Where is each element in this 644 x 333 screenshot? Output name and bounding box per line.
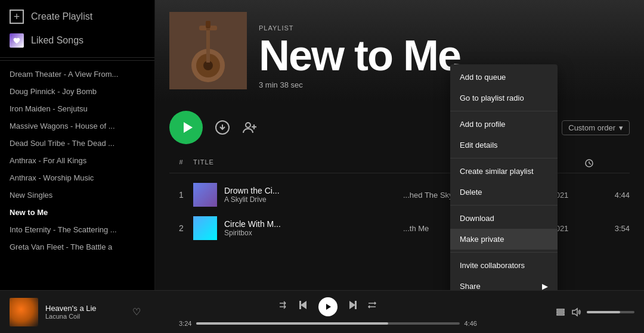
track-row[interactable]: 2 Circle With M... Spiritbox ...th Me Au… bbox=[169, 211, 630, 245]
svg-marker-21 bbox=[326, 304, 331, 310]
player-bar: Heaven's a Lie Lacuna Coil ♡ bbox=[0, 290, 644, 333]
progress-fill bbox=[196, 322, 388, 325]
player-right bbox=[515, 307, 634, 317]
track-thumbnail bbox=[193, 183, 217, 207]
sidebar-item-1[interactable]: Dream Theater - A View From... bbox=[0, 66, 154, 83]
submenu-arrow-icon: ▶ bbox=[542, 282, 548, 290]
sort-label: Custom order bbox=[568, 123, 615, 132]
track-artist: Spiritbox bbox=[224, 229, 281, 237]
menu-item-make-private[interactable]: Make private bbox=[450, 229, 558, 250]
track-num: 2 bbox=[169, 223, 193, 233]
sidebar-item-6[interactable]: Anthrax - For All Kings bbox=[0, 152, 154, 169]
sidebar-item-5[interactable]: Dead Soul Tribe - The Dead ... bbox=[0, 135, 154, 152]
progress-bar[interactable]: 3:24 4:46 bbox=[179, 320, 477, 327]
track-artist: A Skylit Drive bbox=[224, 195, 280, 204]
menu-divider bbox=[450, 158, 558, 158]
now-playing: Heaven's a Lie Lacuna Coil ♡ bbox=[10, 298, 141, 326]
sidebar-top: + Create Playlist Liked Songs bbox=[0, 0, 154, 58]
player-play-button[interactable] bbox=[318, 297, 338, 316]
create-playlist-label: Create Playlist bbox=[31, 11, 92, 22]
menu-divider bbox=[450, 111, 558, 111]
sidebar-playlist-list: Dream Theater - A View From...Doug Pinni… bbox=[0, 63, 154, 290]
previous-button[interactable] bbox=[298, 300, 309, 313]
playlist-controls: Custom order ▾ bbox=[155, 101, 644, 154]
col-num: # bbox=[169, 158, 193, 168]
track-name: Circle With M... bbox=[224, 219, 281, 229]
track-list-header: # TITLE DATE ADDED bbox=[169, 154, 630, 173]
menu-item-delete[interactable]: Delete bbox=[450, 182, 558, 203]
playlist-meta: 3 min 38 sec bbox=[259, 80, 630, 89]
sidebar-item-9[interactable]: New to Me bbox=[0, 204, 154, 221]
next-button[interactable] bbox=[347, 300, 358, 313]
player-controls: 3:24 4:46 bbox=[148, 297, 508, 327]
volume-slider[interactable] bbox=[587, 311, 634, 313]
sidebar-item-4[interactable]: Massive Wagons - House of ... bbox=[0, 117, 154, 135]
playlist-type-label: PLAYLIST bbox=[259, 24, 630, 32]
track-title-artist: Drown the Ci... A Skylit Drive bbox=[224, 186, 280, 204]
create-playlist-icon: + bbox=[10, 10, 24, 24]
song-info: Heaven's a Lie Lacuna Coil bbox=[45, 304, 125, 320]
player-buttons bbox=[279, 297, 377, 316]
menu-item-edit-details[interactable]: Edit details bbox=[450, 135, 558, 155]
album-art bbox=[10, 298, 38, 326]
track-info: Drown the Ci... A Skylit Drive bbox=[193, 183, 403, 207]
svg-rect-26 bbox=[557, 314, 564, 315]
sidebar: + Create Playlist Liked Songs Dream Thea… bbox=[0, 0, 155, 290]
time-total: 4:46 bbox=[465, 320, 477, 327]
liked-songs-label: Liked Songs bbox=[31, 35, 83, 46]
sidebar-item-8[interactable]: New Singles bbox=[0, 186, 154, 204]
track-list: # TITLE DATE ADDED 1 Drown the Ci... bbox=[155, 154, 644, 290]
menu-divider bbox=[450, 205, 558, 206]
svg-marker-27 bbox=[572, 309, 577, 316]
menu-item-create-similar[interactable]: Create similar playlist bbox=[450, 161, 558, 182]
menu-item-add-to-profile[interactable]: Add to profile bbox=[450, 114, 558, 135]
menu-item-download[interactable]: Download bbox=[450, 208, 558, 229]
col-title: TITLE bbox=[193, 158, 403, 168]
menu-item-go-to-radio[interactable]: Go to playlist radio bbox=[450, 88, 558, 108]
sidebar-item-3[interactable]: Iron Maiden - Senjutsu bbox=[0, 100, 154, 117]
svg-marker-19 bbox=[301, 301, 306, 309]
sort-chevron-icon: ▾ bbox=[619, 123, 623, 132]
track-rows: 1 Drown the Ci... A Skylit Drive ...hed … bbox=[169, 178, 630, 245]
sidebar-item-10[interactable]: Into Eternity - The Scattering ... bbox=[0, 221, 154, 238]
menu-item-share[interactable]: Share▶ bbox=[450, 276, 558, 290]
song-artist: Lacuna Coil bbox=[45, 313, 125, 320]
svg-line-18 bbox=[589, 163, 591, 164]
menu-divider bbox=[450, 252, 558, 253]
heart-button[interactable]: ♡ bbox=[132, 306, 141, 318]
time-current: 3:24 bbox=[179, 320, 191, 327]
sidebar-divider bbox=[0, 60, 154, 61]
sidebar-item-2[interactable]: Doug Pinnick - Joy Bomb bbox=[0, 83, 154, 100]
sort-button[interactable]: Custom order ▾ bbox=[562, 120, 630, 135]
svg-point-11 bbox=[246, 123, 250, 127]
svg-marker-9 bbox=[184, 122, 193, 133]
svg-rect-25 bbox=[557, 312, 564, 313]
sidebar-item-11[interactable]: Greta Van Fleet - The Battle a bbox=[0, 238, 154, 256]
track-duration: 4:44 bbox=[594, 191, 630, 200]
menu-item-invite-collaborators[interactable]: Invite collaborators bbox=[450, 255, 558, 276]
liked-songs-button[interactable]: Liked Songs bbox=[0, 29, 154, 52]
track-title-artist: Circle With M... Spiritbox bbox=[224, 219, 281, 237]
playlist-cover bbox=[169, 12, 247, 89]
create-playlist-button[interactable]: + Create Playlist bbox=[0, 5, 154, 29]
guitar-image bbox=[169, 12, 247, 89]
menu-item-add-to-queue[interactable]: Add to queue bbox=[450, 67, 558, 88]
svg-marker-22 bbox=[349, 301, 355, 309]
track-row[interactable]: 1 Drown the Ci... A Skylit Drive ...hed … bbox=[169, 178, 630, 211]
svg-rect-24 bbox=[557, 309, 564, 310]
playlist-title: New to Me bbox=[259, 34, 630, 77]
progress-track[interactable] bbox=[196, 322, 459, 325]
volume-icon bbox=[571, 307, 581, 317]
track-info: Circle With M... Spiritbox bbox=[193, 216, 403, 240]
download-button[interactable] bbox=[215, 120, 230, 135]
sidebar-item-7[interactable]: Anthrax - Worship Music bbox=[0, 169, 154, 186]
track-name: Drown the Ci... bbox=[224, 186, 280, 195]
app-layout: + Create Playlist Liked Songs Dream Thea… bbox=[0, 0, 644, 290]
track-num: 1 bbox=[169, 190, 193, 200]
svg-rect-23 bbox=[355, 301, 357, 309]
add-user-button[interactable] bbox=[242, 120, 258, 135]
queue-icon bbox=[556, 307, 565, 317]
shuffle-button[interactable] bbox=[279, 300, 289, 313]
repeat-button[interactable] bbox=[367, 300, 377, 313]
play-button[interactable] bbox=[169, 111, 203, 144]
